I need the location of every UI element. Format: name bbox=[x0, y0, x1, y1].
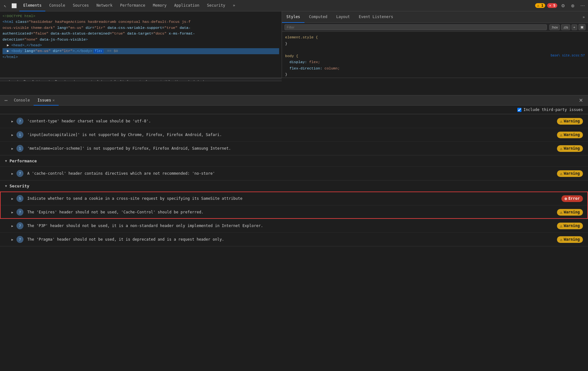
tab-elements[interactable]: Elements bbox=[19, 0, 45, 11]
settings-button[interactable]: ⚙ bbox=[559, 2, 567, 10]
styles-filter-bar: :hov .cls + ▣ bbox=[282, 23, 588, 32]
tab-console[interactable]: Console bbox=[45, 0, 69, 11]
issue-text-1: 'content-type' header charset value shou… bbox=[27, 119, 557, 123]
issue-row-pragma[interactable]: ▶ 7 The 'Pragma' header should not be us… bbox=[0, 232, 588, 246]
html-line-4: authenticated="false" data-auth-status-d… bbox=[3, 31, 279, 36]
highlighted-issues-section: ▶ 5 Indicate whether to send a cookie in… bbox=[0, 192, 588, 219]
tab-event-listeners[interactable]: Event Listeners bbox=[355, 11, 398, 23]
issue-badge-2: ⚠ Warning bbox=[557, 132, 583, 138]
tab-application[interactable]: Application bbox=[170, 0, 203, 11]
issue-count-8: 7 bbox=[16, 236, 23, 243]
expand-icon-3[interactable]: ▶ bbox=[11, 147, 13, 150]
cls-button[interactable]: .cls bbox=[561, 24, 570, 30]
performance-category-label: Performance bbox=[10, 159, 37, 163]
issue-text-4: A 'cache-control' header contains direct… bbox=[27, 171, 557, 176]
html-line-head: ▶ <head>…</head> bbox=[3, 42, 279, 48]
bottom-panel: ⋯ Console Issues ✕ ✕ Include third-party… bbox=[0, 95, 588, 371]
close-issues-tab[interactable]: ✕ bbox=[53, 98, 55, 102]
issue-count-1: 7 bbox=[16, 118, 23, 125]
breadcrumb: … bar.hasPageActions.hasBreadcrumb.conce… bbox=[0, 78, 282, 81]
issue-count-4: 7 bbox=[16, 170, 23, 177]
issue-row-color-scheme[interactable]: ▶ 1 'meta[name=color-scheme]' is not sup… bbox=[0, 141, 588, 155]
error-badge: ✕ 5 bbox=[547, 3, 557, 8]
expand-icon-2[interactable]: ▶ bbox=[11, 133, 13, 137]
tab-styles[interactable]: Styles bbox=[282, 11, 304, 23]
more-tabs-button[interactable]: » bbox=[229, 0, 239, 11]
profile-button[interactable]: ⊕ bbox=[569, 2, 577, 10]
expand-icon-4[interactable]: ▶ bbox=[11, 172, 13, 175]
styles-panel: Styles Computed Layout Event Listeners »… bbox=[282, 11, 588, 78]
tab-issues[interactable]: Issues ✕ bbox=[34, 95, 59, 106]
issue-row-p3p[interactable]: ▶ 7 The 'P3P' header should not be used,… bbox=[0, 219, 588, 232]
issue-badge-7: ⚠ Warning bbox=[557, 223, 583, 229]
issue-row-content-type[interactable]: ▶ 7 'content-type' header charset value … bbox=[0, 114, 588, 128]
html-line-5: detection="none" data-js-focus-visible> bbox=[3, 37, 279, 42]
expand-icon-8[interactable]: ▶ bbox=[11, 238, 13, 241]
html-line-html-close: </html> bbox=[3, 54, 279, 60]
styles-filter-input[interactable] bbox=[284, 24, 547, 30]
issue-category-uncategorized: ▶ 7 'content-type' header charset value … bbox=[0, 114, 588, 155]
expand-icon-7[interactable]: ▶ bbox=[11, 224, 13, 228]
issue-row-autocapitalize[interactable]: ▶ 1 'input[autocapitalize]' is not suppo… bbox=[0, 128, 588, 141]
tab-network[interactable]: Network bbox=[93, 0, 116, 11]
html-line-1: <!DOCTYPE html> bbox=[3, 13, 279, 19]
tab-computed[interactable]: Computed bbox=[304, 11, 332, 23]
devtools-toolbar-right: ⚠ 1 ✕ 5 ⚙ ⊕ ⋯ bbox=[535, 2, 587, 10]
toggle-style-button[interactable]: ▣ bbox=[578, 24, 585, 30]
expand-icon[interactable]: ▶ bbox=[11, 120, 13, 123]
tab-layout[interactable]: Layout bbox=[332, 11, 354, 23]
issue-text-3: 'meta[name=color-scheme]' is not support… bbox=[27, 146, 557, 151]
tab-memory[interactable]: Memory bbox=[149, 0, 170, 11]
warning-icon-5: ⚠ bbox=[560, 210, 563, 215]
include-third-party-checkbox[interactable] bbox=[517, 108, 521, 112]
hov-button[interactable]: :hov bbox=[549, 24, 560, 30]
tab-console-bottom[interactable]: Console bbox=[10, 95, 34, 106]
issue-row-samesite[interactable]: ▶ 5 Indicate whether to send a cookie in… bbox=[0, 192, 588, 205]
issue-category-performance: ▼ Performance ▶ 7 A 'cache-control' head… bbox=[0, 155, 588, 180]
styles-tabs: Styles Computed Layout Event Listeners » bbox=[282, 11, 588, 23]
style-rule-body: body { base\ site.scss:57 display: flex;… bbox=[285, 53, 585, 78]
issue-text-6: The 'Expires' header should not be used,… bbox=[27, 210, 557, 214]
warning-icon-2: ⚠ bbox=[560, 133, 563, 137]
issue-text-2: 'input[autocapitalize]' is not supported… bbox=[27, 133, 557, 137]
issue-count-6: 7 bbox=[16, 209, 23, 216]
warning-icon-7: ⚠ bbox=[560, 237, 563, 242]
performance-category-header[interactable]: ▼ Performance bbox=[0, 155, 588, 166]
inspect-icon[interactable]: ⬜ bbox=[9, 3, 19, 8]
issue-text-8: The 'Pragma' header should not be used, … bbox=[27, 237, 557, 242]
expand-icon-6[interactable]: ▶ bbox=[11, 211, 13, 214]
bottom-more-tabs[interactable]: ⋯ bbox=[2, 97, 10, 103]
issue-category-security: ▼ Security ▶ 5 Indicate whether to send … bbox=[0, 180, 588, 246]
more-options-button[interactable]: ⋯ bbox=[578, 2, 587, 10]
close-panel-button[interactable]: ✕ bbox=[576, 97, 586, 103]
html-line-2: <html class="hasSidebar hasPageActions h… bbox=[3, 19, 279, 25]
warning-icon-1: ⚠ bbox=[560, 119, 563, 124]
elements-content[interactable]: <!DOCTYPE html> <html class="hasSidebar … bbox=[0, 11, 282, 78]
styles-more-tabs[interactable]: » bbox=[579, 15, 588, 19]
issue-count-5: 5 bbox=[16, 195, 23, 202]
security-chevron: ▼ bbox=[5, 184, 7, 188]
expand-icon-5[interactable]: ▶ bbox=[11, 197, 13, 200]
tab-security[interactable]: Security bbox=[203, 0, 229, 11]
warning-badge: ⚠ 1 bbox=[535, 3, 545, 8]
issue-row-cache-control[interactable]: ▶ 7 A 'cache-control' header contains di… bbox=[0, 166, 588, 180]
tab-sources[interactable]: Sources bbox=[69, 0, 93, 11]
include-third-party-label[interactable]: Include third-party issues bbox=[517, 107, 583, 112]
issue-row-expires[interactable]: ▶ 7 The 'Expires' header should not be u… bbox=[0, 205, 588, 219]
issue-badge-4: ⚠ Warning bbox=[557, 170, 583, 177]
add-style-button[interactable]: + bbox=[572, 24, 577, 30]
issue-badge-8: ⚠ Warning bbox=[557, 236, 583, 243]
warning-icon-3: ⚠ bbox=[560, 146, 563, 151]
cursor-icon[interactable]: ↖ bbox=[1, 3, 9, 8]
top-split: <!DOCTYPE html> <html class="hasSidebar … bbox=[0, 11, 588, 78]
issue-badge-6: ⚠ Warning bbox=[557, 209, 583, 216]
style-source-link[interactable]: base\ site.scss:57 bbox=[551, 53, 585, 58]
warning-icon-6: ⚠ bbox=[560, 224, 563, 228]
issues-list: ▶ 7 'content-type' header charset value … bbox=[0, 114, 588, 371]
issue-text-7: The 'P3P' header should not be used, it … bbox=[27, 224, 557, 228]
style-rule-element: element.style { } bbox=[285, 34, 585, 47]
issue-text-5: Indicate whether to send a cookie in a c… bbox=[27, 196, 561, 201]
security-category-header[interactable]: ▼ Security bbox=[0, 180, 588, 192]
styles-content: element.style { } body { base\ site.scss… bbox=[282, 32, 588, 78]
tab-performance[interactable]: Performance bbox=[116, 0, 149, 11]
